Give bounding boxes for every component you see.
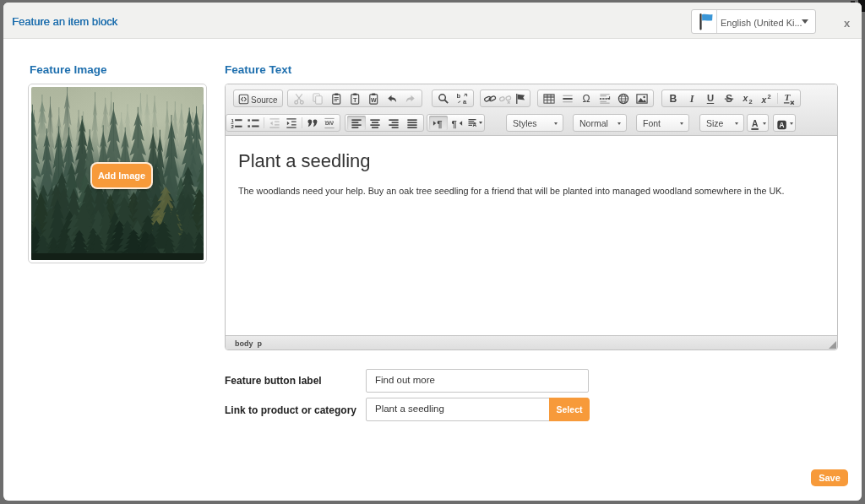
svg-text:2: 2 (748, 98, 752, 105)
svg-text:A: A (780, 121, 785, 129)
svg-text:¶: ¶ (451, 118, 456, 128)
svg-text:A: A (752, 119, 759, 128)
svg-text:W: W (371, 96, 377, 102)
svg-text:I: I (689, 93, 695, 105)
svg-text:B: B (670, 93, 677, 105)
svg-text:1: 1 (231, 117, 234, 122)
svg-text:x: x (760, 95, 767, 104)
svg-text:Ω: Ω (582, 93, 590, 105)
svg-text:2: 2 (231, 123, 234, 129)
svg-text:a: a (463, 97, 467, 105)
svg-text:T: T (784, 92, 791, 102)
svg-text:T: T (353, 95, 357, 103)
svg-text:U: U (707, 93, 714, 103)
svg-text:¶: ¶ (437, 118, 442, 128)
svg-text:x: x (742, 93, 748, 102)
svg-text:2: 2 (767, 93, 770, 100)
svg-text:A: A (472, 122, 476, 127)
svg-text:b: b (456, 92, 460, 100)
